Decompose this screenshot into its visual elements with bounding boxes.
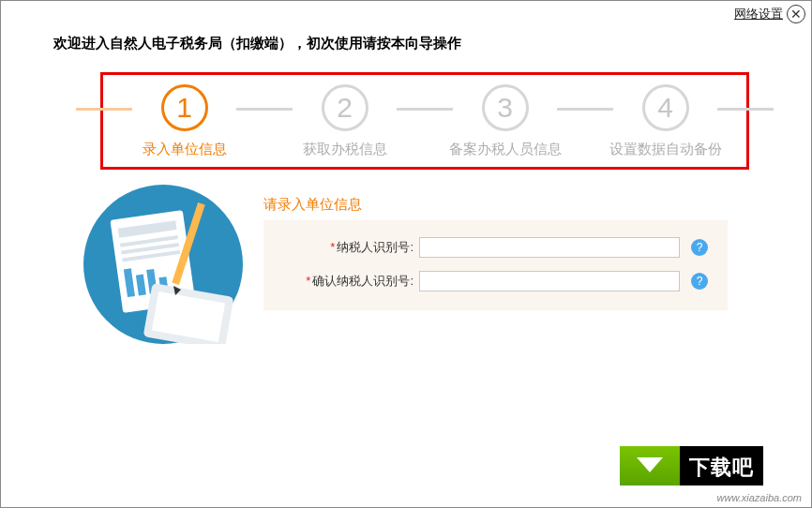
label-text: 纳税人识别号:	[337, 240, 414, 254]
network-settings-link[interactable]: 网络设置	[734, 6, 783, 22]
form-title: 请录入单位信息	[263, 196, 362, 214]
step-circle: 3	[482, 84, 529, 131]
step-label: 录入单位信息	[143, 141, 227, 158]
topbar: 网络设置 ✕	[734, 5, 805, 23]
wizard-window: 网络设置 ✕ 欢迎进入自然人电子税务局（扣缴端），初次使用请按本向导操作 1 录…	[0, 0, 812, 508]
step-progress: 1 录入单位信息 2 获取办税信息 3 备案办税人员信息 4 设置数据自动备份	[104, 78, 745, 164]
required-marker: *	[306, 274, 310, 288]
step-3: 3 备案办税人员信息	[425, 84, 585, 158]
label-text: 确认纳税人识别号:	[312, 274, 414, 288]
connector-icon	[717, 108, 774, 111]
watermark-brand: 下载吧	[680, 446, 763, 486]
step-label: 设置数据自动备份	[609, 141, 722, 158]
step-circle: 4	[642, 84, 689, 131]
connector-icon	[76, 108, 132, 111]
form-row-confirm-taxpayer: *确认纳税人识别号: ?	[263, 271, 728, 291]
step-2: 2 获取办税信息	[264, 84, 425, 158]
connector-icon	[397, 108, 453, 111]
step-label: 获取办税信息	[303, 141, 387, 158]
step-circle: 1	[161, 84, 208, 131]
connector-icon	[236, 108, 293, 111]
watermark-badge: 下载吧	[620, 440, 807, 492]
taxpayer-label: *纳税人识别号:	[263, 239, 414, 256]
taxpayer-id-input[interactable]	[419, 237, 680, 258]
step-1: 1 录入单位信息	[104, 84, 264, 158]
step-circle: 2	[322, 84, 368, 131]
form-panel: *纳税人识别号: ? *确认纳税人识别号: ?	[263, 220, 728, 310]
close-icon: ✕	[790, 7, 802, 21]
help-icon[interactable]: ?	[691, 273, 708, 290]
confirm-taxpayer-id-input[interactable]	[419, 271, 680, 291]
step-4: 4 设置数据自动备份	[585, 84, 745, 158]
step-label: 备案办税人员信息	[449, 141, 562, 158]
help-icon[interactable]: ?	[691, 239, 708, 256]
confirm-taxpayer-label: *确认纳税人识别号:	[263, 273, 414, 290]
required-marker: *	[330, 240, 335, 254]
close-button[interactable]: ✕	[787, 5, 805, 23]
welcome-text: 欢迎进入自然人电子税务局（扣缴端），初次使用请按本向导操作	[53, 35, 461, 52]
illustration-documents-icon	[83, 185, 243, 344]
connector-icon	[557, 108, 613, 111]
watermark-url: www.xiazaiba.com	[717, 492, 802, 503]
download-arrow-icon	[620, 446, 680, 486]
form-row-taxpayer: *纳税人识别号: ?	[263, 237, 728, 258]
